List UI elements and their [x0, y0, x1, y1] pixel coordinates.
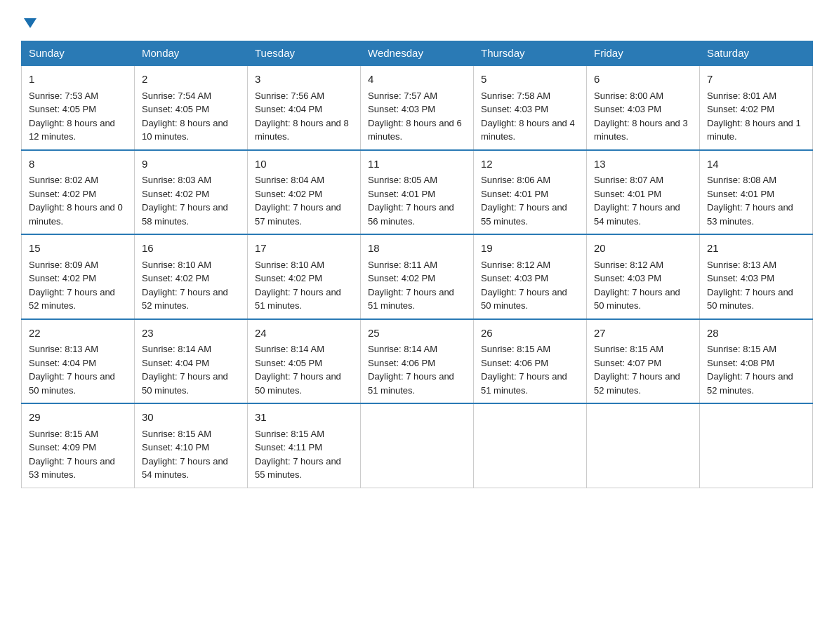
day-info: Sunrise: 8:14 AMSunset: 4:05 PMDaylight:…	[255, 344, 341, 396]
day-info: Sunrise: 7:53 AMSunset: 4:05 PMDaylight:…	[29, 90, 115, 142]
header-cell-sunday: Sunday	[22, 41, 135, 66]
calendar-cell: 17Sunrise: 8:10 AMSunset: 4:02 PMDayligh…	[248, 234, 361, 319]
calendar-cell: 21Sunrise: 8:13 AMSunset: 4:03 PMDayligh…	[700, 234, 813, 319]
calendar-cell	[587, 403, 700, 488]
day-info: Sunrise: 8:15 AMSunset: 4:09 PMDaylight:…	[29, 429, 115, 481]
page-header	[21, 14, 813, 28]
day-info: Sunrise: 8:15 AMSunset: 4:07 PMDaylight:…	[594, 344, 680, 396]
calendar-table: SundayMondayTuesdayWednesdayThursdayFrid…	[21, 41, 813, 488]
day-number: 29	[29, 410, 127, 426]
calendar-cell: 29Sunrise: 8:15 AMSunset: 4:09 PMDayligh…	[22, 403, 135, 488]
day-info: Sunrise: 8:12 AMSunset: 4:03 PMDaylight:…	[594, 260, 680, 311]
day-info: Sunrise: 8:10 AMSunset: 4:02 PMDaylight:…	[255, 260, 341, 311]
day-info: Sunrise: 8:00 AMSunset: 4:03 PMDaylight:…	[594, 90, 688, 142]
calendar-cell: 4Sunrise: 7:57 AMSunset: 4:03 PMDaylight…	[361, 65, 474, 150]
calendar-header: SundayMondayTuesdayWednesdayThursdayFrid…	[22, 41, 813, 66]
day-number: 8	[29, 156, 127, 173]
calendar-cell: 16Sunrise: 8:10 AMSunset: 4:02 PMDayligh…	[135, 234, 248, 319]
calendar-cell: 12Sunrise: 8:06 AMSunset: 4:01 PMDayligh…	[474, 150, 587, 235]
calendar-cell: 6Sunrise: 8:00 AMSunset: 4:03 PMDaylight…	[587, 65, 700, 150]
calendar-cell: 10Sunrise: 8:04 AMSunset: 4:02 PMDayligh…	[248, 150, 361, 235]
header-cell-wednesday: Wednesday	[361, 41, 474, 66]
week-row-5: 29Sunrise: 8:15 AMSunset: 4:09 PMDayligh…	[22, 403, 813, 488]
day-info: Sunrise: 8:05 AMSunset: 4:01 PMDaylight:…	[368, 175, 454, 227]
header-cell-tuesday: Tuesday	[248, 41, 361, 66]
day-number: 20	[594, 241, 692, 257]
day-number: 13	[594, 156, 692, 173]
day-info: Sunrise: 8:09 AMSunset: 4:02 PMDaylight:…	[29, 260, 115, 311]
day-info: Sunrise: 8:14 AMSunset: 4:04 PMDaylight:…	[142, 344, 228, 396]
day-number: 5	[481, 72, 579, 88]
calendar-cell: 31Sunrise: 8:15 AMSunset: 4:11 PMDayligh…	[248, 403, 361, 488]
week-row-1: 1Sunrise: 7:53 AMSunset: 4:05 PMDaylight…	[22, 65, 813, 150]
day-number: 10	[255, 156, 353, 173]
day-info: Sunrise: 8:06 AMSunset: 4:01 PMDaylight:…	[481, 175, 567, 227]
week-row-3: 15Sunrise: 8:09 AMSunset: 4:02 PMDayligh…	[22, 234, 813, 319]
week-row-4: 22Sunrise: 8:13 AMSunset: 4:04 PMDayligh…	[22, 319, 813, 404]
calendar-cell: 19Sunrise: 8:12 AMSunset: 4:03 PMDayligh…	[474, 234, 587, 319]
calendar-cell: 2Sunrise: 7:54 AMSunset: 4:05 PMDaylight…	[135, 65, 248, 150]
day-number: 23	[142, 326, 240, 342]
calendar-cell: 30Sunrise: 8:15 AMSunset: 4:10 PMDayligh…	[135, 403, 248, 488]
logo	[21, 14, 38, 28]
calendar-cell: 14Sunrise: 8:08 AMSunset: 4:01 PMDayligh…	[700, 150, 813, 235]
day-number: 11	[368, 156, 466, 173]
day-number: 22	[29, 326, 127, 342]
calendar-body: 1Sunrise: 7:53 AMSunset: 4:05 PMDaylight…	[22, 65, 813, 488]
calendar-cell: 20Sunrise: 8:12 AMSunset: 4:03 PMDayligh…	[587, 234, 700, 319]
day-number: 27	[594, 326, 692, 342]
day-info: Sunrise: 8:02 AMSunset: 4:02 PMDaylight:…	[29, 175, 123, 227]
day-number: 4	[368, 72, 466, 88]
day-info: Sunrise: 7:57 AMSunset: 4:03 PMDaylight:…	[368, 90, 462, 142]
day-number: 26	[481, 326, 579, 342]
calendar-cell: 22Sunrise: 8:13 AMSunset: 4:04 PMDayligh…	[22, 319, 135, 404]
day-number: 7	[707, 72, 805, 88]
calendar-cell: 3Sunrise: 7:56 AMSunset: 4:04 PMDaylight…	[248, 65, 361, 150]
day-number: 30	[142, 410, 240, 426]
header-row: SundayMondayTuesdayWednesdayThursdayFrid…	[22, 41, 813, 66]
day-number: 6	[594, 72, 692, 88]
header-cell-saturday: Saturday	[700, 41, 813, 66]
day-info: Sunrise: 8:07 AMSunset: 4:01 PMDaylight:…	[594, 175, 680, 227]
day-number: 15	[29, 241, 127, 257]
day-info: Sunrise: 8:13 AMSunset: 4:03 PMDaylight:…	[707, 260, 793, 311]
day-info: Sunrise: 8:15 AMSunset: 4:11 PMDaylight:…	[255, 429, 341, 481]
day-info: Sunrise: 8:04 AMSunset: 4:02 PMDaylight:…	[255, 175, 341, 227]
day-number: 31	[255, 410, 353, 426]
day-info: Sunrise: 8:01 AMSunset: 4:02 PMDaylight:…	[707, 90, 801, 142]
day-info: Sunrise: 8:12 AMSunset: 4:03 PMDaylight:…	[481, 260, 567, 311]
calendar-cell: 9Sunrise: 8:03 AMSunset: 4:02 PMDaylight…	[135, 150, 248, 235]
calendar-cell: 13Sunrise: 8:07 AMSunset: 4:01 PMDayligh…	[587, 150, 700, 235]
calendar-cell: 24Sunrise: 8:14 AMSunset: 4:05 PMDayligh…	[248, 319, 361, 404]
day-number: 18	[368, 241, 466, 257]
day-number: 14	[707, 156, 805, 173]
svg-marker-0	[24, 18, 37, 28]
day-number: 25	[368, 326, 466, 342]
day-info: Sunrise: 8:15 AMSunset: 4:10 PMDaylight:…	[142, 429, 228, 481]
day-number: 28	[707, 326, 805, 342]
day-number: 9	[142, 156, 240, 173]
calendar-cell: 11Sunrise: 8:05 AMSunset: 4:01 PMDayligh…	[361, 150, 474, 235]
day-number: 12	[481, 156, 579, 173]
day-info: Sunrise: 8:15 AMSunset: 4:06 PMDaylight:…	[481, 344, 567, 396]
calendar-cell: 15Sunrise: 8:09 AMSunset: 4:02 PMDayligh…	[22, 234, 135, 319]
logo-triangle-icon	[22, 15, 38, 31]
calendar-cell: 7Sunrise: 8:01 AMSunset: 4:02 PMDaylight…	[700, 65, 813, 150]
calendar-cell	[700, 403, 813, 488]
day-info: Sunrise: 7:58 AMSunset: 4:03 PMDaylight:…	[481, 90, 575, 142]
day-number: 16	[142, 241, 240, 257]
day-info: Sunrise: 8:03 AMSunset: 4:02 PMDaylight:…	[142, 175, 228, 227]
calendar-cell: 25Sunrise: 8:14 AMSunset: 4:06 PMDayligh…	[361, 319, 474, 404]
day-info: Sunrise: 8:10 AMSunset: 4:02 PMDaylight:…	[142, 260, 228, 311]
day-number: 1	[29, 72, 127, 88]
header-cell-thursday: Thursday	[474, 41, 587, 66]
calendar-cell: 8Sunrise: 8:02 AMSunset: 4:02 PMDaylight…	[22, 150, 135, 235]
day-info: Sunrise: 8:13 AMSunset: 4:04 PMDaylight:…	[29, 344, 115, 396]
day-info: Sunrise: 8:08 AMSunset: 4:01 PMDaylight:…	[707, 175, 793, 227]
calendar-cell: 1Sunrise: 7:53 AMSunset: 4:05 PMDaylight…	[22, 65, 135, 150]
day-number: 21	[707, 241, 805, 257]
day-number: 3	[255, 72, 353, 88]
header-cell-friday: Friday	[587, 41, 700, 66]
week-row-2: 8Sunrise: 8:02 AMSunset: 4:02 PMDaylight…	[22, 150, 813, 235]
calendar-cell	[474, 403, 587, 488]
